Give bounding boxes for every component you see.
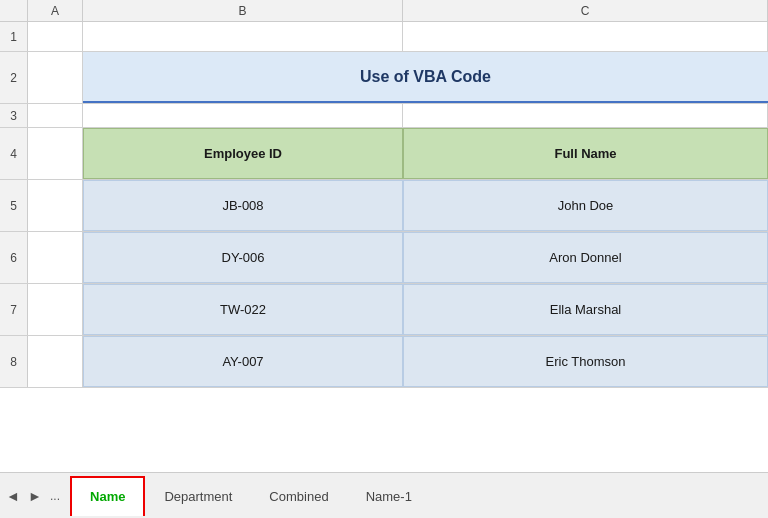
cell-1a[interactable] — [28, 22, 83, 51]
cell-5c[interactable]: John Doe — [403, 180, 768, 231]
cell-5b[interactable]: JB-008 — [83, 180, 403, 231]
column-headers: A B C — [0, 0, 768, 22]
tab-bar: ◄ ► ... Name Department Combined Name-1 — [0, 472, 768, 518]
tab-department[interactable]: Department — [146, 477, 250, 515]
spreadsheet: A B C 1 2 Use of VBA Code 3 4 — [0, 0, 768, 472]
row-num-6: 6 — [0, 232, 28, 283]
grid-body: 1 2 Use of VBA Code 3 4 Employee ID Full… — [0, 22, 768, 472]
title-text: Use of VBA Code — [360, 68, 491, 86]
cell-3c[interactable] — [403, 104, 768, 127]
corner-cell — [0, 0, 28, 21]
cell-5a[interactable] — [28, 180, 83, 231]
row-num-4: 4 — [0, 128, 28, 179]
cell-7a[interactable] — [28, 284, 83, 335]
table-row: 5 JB-008 John Doe — [0, 180, 768, 232]
table-row: 7 TW-022 Ella Marshal — [0, 284, 768, 336]
row-num-8: 8 — [0, 336, 28, 387]
table-row: 1 — [0, 22, 768, 52]
table-row: 3 — [0, 104, 768, 128]
header-full-name: Full Name — [403, 128, 768, 179]
table-row: 8 AY-007 Eric Thomson — [0, 336, 768, 388]
cell-1c[interactable] — [403, 22, 768, 51]
cell-8c[interactable]: Eric Thomson — [403, 336, 768, 387]
col-header-a: A — [28, 0, 83, 21]
row-num-5: 5 — [0, 180, 28, 231]
cell-6b[interactable]: DY-006 — [83, 232, 403, 283]
table-row: 6 DY-006 Aron Donnel — [0, 232, 768, 284]
tab-name1[interactable]: Name-1 — [348, 477, 430, 515]
cell-7b[interactable]: TW-022 — [83, 284, 403, 335]
cell-6c[interactable]: Aron Donnel — [403, 232, 768, 283]
cell-1b[interactable] — [83, 22, 403, 51]
tab-nav-next[interactable]: ► — [26, 487, 44, 505]
cell-8b[interactable]: AY-007 — [83, 336, 403, 387]
row-num-2: 2 — [0, 52, 28, 103]
title-cell: Use of VBA Code — [83, 52, 768, 103]
cell-4a[interactable] — [28, 128, 83, 179]
cell-7c[interactable]: Ella Marshal — [403, 284, 768, 335]
tab-navigation: ◄ ► ... — [4, 487, 62, 505]
cell-3a[interactable] — [28, 104, 83, 127]
tab-nav-prev[interactable]: ◄ — [4, 487, 22, 505]
row-num-3: 3 — [0, 104, 28, 127]
tab-ellipsis: ... — [50, 489, 60, 503]
cell-3b[interactable] — [83, 104, 403, 127]
cell-8a[interactable] — [28, 336, 83, 387]
cell-2a[interactable] — [28, 52, 83, 103]
tab-name[interactable]: Name — [70, 476, 145, 516]
col-header-c: C — [403, 0, 768, 21]
table-row: 2 Use of VBA Code — [0, 52, 768, 104]
table-row: 4 Employee ID Full Name — [0, 128, 768, 180]
header-employee-id: Employee ID — [83, 128, 403, 179]
col-header-b: B — [83, 0, 403, 21]
cell-6a[interactable] — [28, 232, 83, 283]
tab-combined[interactable]: Combined — [251, 477, 346, 515]
row-num-7: 7 — [0, 284, 28, 335]
row-num-1: 1 — [0, 22, 28, 51]
